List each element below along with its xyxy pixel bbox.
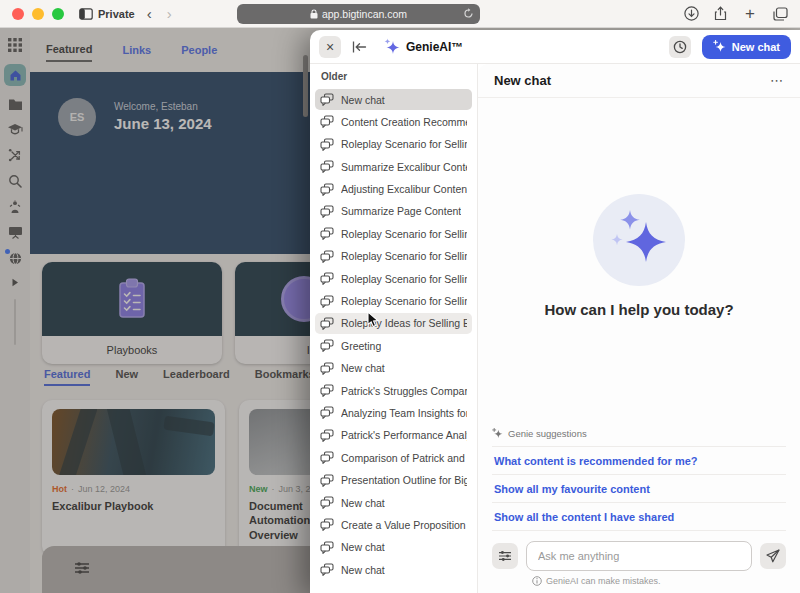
chat-area: New chat ⋯ How can I help you today? G [478, 64, 800, 593]
ask-input[interactable] [526, 541, 752, 571]
chat-history-sidebar: Older New chat [310, 64, 478, 593]
history-section-label: Older [310, 71, 477, 89]
halo-sparkles-icon [593, 194, 685, 286]
sidebar-toggle-icon[interactable] [79, 8, 93, 20]
lock-icon [310, 9, 318, 19]
close-window-button[interactable] [12, 8, 24, 20]
greeting-text: How can I help you today? [478, 301, 800, 318]
genie-brand: GenieAI™ [383, 38, 463, 55]
chat-history-item[interactable]: Patrick's Performance Analysis [315, 425, 472, 446]
chat-options-button[interactable] [492, 543, 518, 569]
chat-history-item[interactable]: Summarize Excalibur Content [315, 156, 472, 177]
chat-bubbles-icon [320, 406, 334, 419]
chat-history-item[interactable]: New chat [315, 89, 472, 110]
suggestion-link[interactable]: What content is recommended for me? [492, 447, 786, 475]
close-panel-button[interactable]: × [319, 36, 341, 58]
chat-bubbles-icon [320, 160, 334, 173]
chat-history-item[interactable]: New chat [315, 559, 472, 580]
close-icon: × [326, 40, 334, 54]
suggestions-header: Genie suggestions [492, 428, 786, 447]
chat-bubbles-icon [320, 384, 334, 397]
chat-bubbles-icon [320, 451, 334, 464]
chat-history-item[interactable]: Roleplay Scenario for Selling Big... [315, 223, 472, 244]
chat-bubbles-icon [320, 295, 334, 308]
chat-history-item[interactable]: Roleplay Scenario for Selling Ex... [315, 291, 472, 312]
genieai-panel: × GenieAI™ New chat [310, 30, 800, 593]
new-tab-icon[interactable]: + [742, 5, 758, 22]
chat-history-item[interactable]: Roleplay Scenario for Selling Ex... [315, 246, 472, 267]
new-chat-button-label: New chat [732, 41, 780, 53]
chat-menu-button[interactable]: ⋯ [770, 73, 784, 88]
chat-history-item[interactable]: Patrick's Struggles Compared to... [315, 380, 472, 401]
chat-history-item[interactable]: Presentation Outline for Bigtinc... [315, 470, 472, 491]
send-button[interactable] [760, 543, 786, 569]
chat-bubbles-icon [320, 205, 334, 218]
suggestions-list: What content is recommended for me?Show … [492, 447, 786, 531]
chat-history-item[interactable]: Adjusting Excalibur Content to ... [315, 179, 472, 200]
suggestion-link[interactable]: Show all my favourite content [492, 475, 786, 503]
genie-halo [593, 194, 685, 286]
sliders-icon [498, 550, 512, 562]
chat-history-item[interactable]: New chat [315, 492, 472, 513]
share-icon[interactable] [714, 6, 727, 21]
collapse-sidebar-icon[interactable] [352, 41, 367, 53]
genie-body: Older New chat [310, 64, 800, 593]
reload-icon[interactable] [463, 8, 474, 19]
chat-bubbles-icon [320, 183, 334, 196]
chat-bubbles-icon [320, 474, 334, 487]
chat-bottom: Genie suggestions What content is recomm… [492, 428, 786, 586]
chat-history-item[interactable]: Content Creation Recommenda... [315, 111, 472, 132]
disclaimer-text: GenieAI can make mistakes. [546, 576, 661, 586]
chat-history-item[interactable]: Roleplay Scenario for Selling Ex... [315, 134, 472, 155]
chat-bubbles-icon [320, 496, 334, 509]
suggestions-sparkle-icon [492, 428, 503, 439]
new-chat-button[interactable]: New chat [702, 35, 791, 59]
forward-button[interactable]: › [164, 6, 175, 21]
zoom-window-button[interactable] [52, 8, 64, 20]
chat-history-item[interactable]: Create a Value Proposition Pres... [315, 514, 472, 535]
chat-input-row [492, 541, 786, 571]
chat-history-item[interactable]: New chat [315, 537, 472, 558]
chat-history-item[interactable]: Roleplay Ideas for Selling Excali... [315, 313, 472, 334]
info-icon [532, 576, 542, 586]
downloads-icon[interactable] [684, 6, 699, 21]
chat-bubbles-icon [320, 541, 334, 554]
genie-brand-label: GenieAI™ [406, 40, 463, 54]
history-button[interactable] [669, 36, 691, 58]
tab-overview-icon[interactable] [773, 7, 788, 21]
chat-history-list: New chat Content Creation Recommenda... [310, 89, 477, 580]
suggestion-link[interactable]: Show all the content I have shared [492, 503, 786, 531]
url-text: app.bigtincan.com [322, 8, 407, 20]
chat-bubbles-icon [320, 138, 334, 151]
chat-bubbles-icon [320, 250, 334, 263]
suggestions-label: Genie suggestions [508, 428, 587, 439]
minimize-window-button[interactable] [32, 8, 44, 20]
chat-history-item[interactable]: Comparison of Patrick and Tayl... [315, 447, 472, 468]
disclaimer: GenieAI can make mistakes. [532, 576, 786, 586]
chat-header: New chat ⋯ [478, 64, 800, 98]
chat-bubbles-icon [320, 518, 334, 531]
address-bar[interactable]: app.bigtincan.com [237, 4, 480, 24]
genie-sparkle-icon [383, 38, 400, 55]
chat-history-item[interactable]: Roleplay Scenario for Selling Ex... [315, 268, 472, 289]
chat-bubbles-icon [320, 272, 334, 285]
chat-history-item[interactable]: Summarize Page Content [315, 201, 472, 222]
window-controls [12, 8, 64, 20]
chat-history-item[interactable]: New chat [315, 358, 472, 379]
new-chat-sparkle-icon [713, 40, 726, 53]
chat-bubbles-icon [320, 429, 334, 442]
chat-bubbles-icon [320, 563, 334, 576]
genie-header: × GenieAI™ New chat [310, 30, 800, 64]
paper-plane-icon [766, 549, 780, 563]
chat-history-item[interactable]: Greeting [315, 335, 472, 356]
clock-icon [673, 40, 687, 54]
chat-bubbles-icon [320, 93, 334, 106]
browser-chrome: Private ‹ › app.bigtincan.com + [0, 0, 800, 28]
back-button[interactable]: ‹ [144, 6, 155, 21]
chat-bubbles-icon [320, 227, 334, 240]
chat-bubbles-icon [320, 115, 334, 128]
chat-title: New chat [494, 73, 551, 88]
private-label: Private [98, 8, 135, 20]
chat-history-item[interactable]: Analyzing Team Insights for Per... [315, 402, 472, 423]
private-badge: Private [79, 8, 135, 20]
